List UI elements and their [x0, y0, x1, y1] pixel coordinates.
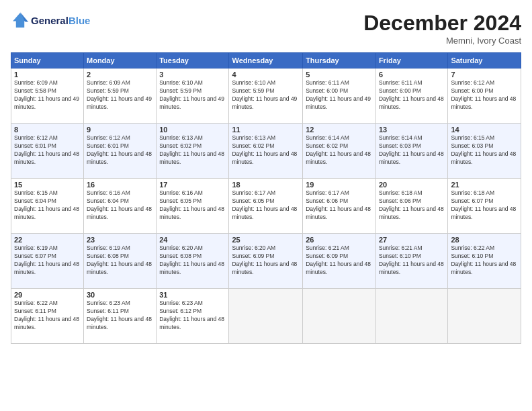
day-number: 29	[14, 291, 81, 299]
day-number: 19	[306, 181, 373, 189]
day-number: 26	[306, 236, 373, 244]
day-info: Sunrise: 6:16 AMSunset: 6:05 PMDaylight:…	[159, 189, 226, 222]
day-info: Sunrise: 6:23 AMSunset: 6:12 PMDaylight:…	[159, 300, 226, 332]
col-thursday: Thursday	[303, 53, 376, 68]
month-title: December 2024	[363, 11, 521, 36]
table-row: 28Sunrise: 6:22 AMSunset: 6:10 PMDayligh…	[448, 234, 521, 289]
day-info: Sunrise: 6:14 AMSunset: 6:02 PMDaylight:…	[306, 134, 373, 167]
day-number: 27	[379, 236, 445, 244]
calendar-week-row: 22Sunrise: 6:19 AMSunset: 6:07 PMDayligh…	[11, 234, 521, 289]
day-info: Sunrise: 6:14 AMSunset: 6:03 PMDaylight:…	[379, 134, 445, 167]
day-number: 9	[87, 126, 153, 134]
day-info: Sunrise: 6:18 AMSunset: 6:06 PMDaylight:…	[379, 189, 445, 222]
day-number: 17	[159, 181, 226, 189]
day-number: 15	[14, 181, 81, 189]
calendar-table: Sunday Monday Tuesday Wednesday Thursday…	[11, 52, 521, 344]
table-row	[375, 289, 447, 344]
table-row: 27Sunrise: 6:21 AMSunset: 6:10 PMDayligh…	[375, 234, 447, 289]
day-number: 20	[379, 181, 445, 189]
day-info: Sunrise: 6:09 AMSunset: 5:58 PMDaylight:…	[14, 79, 81, 111]
day-info: Sunrise: 6:19 AMSunset: 6:08 PMDaylight:…	[87, 244, 153, 277]
day-number: 18	[232, 181, 300, 189]
table-row: 9Sunrise: 6:12 AMSunset: 6:01 PMDaylight…	[84, 124, 157, 179]
day-info: Sunrise: 6:15 AMSunset: 6:04 PMDaylight:…	[14, 189, 81, 222]
table-row: 6Sunrise: 6:11 AMSunset: 6:00 PMDaylight…	[375, 68, 447, 124]
table-row: 19Sunrise: 6:17 AMSunset: 6:06 PMDayligh…	[303, 179, 376, 234]
day-info: Sunrise: 6:10 AMSunset: 5:59 PMDaylight:…	[159, 79, 226, 111]
day-number: 31	[159, 291, 226, 299]
table-row: 11Sunrise: 6:13 AMSunset: 6:02 PMDayligh…	[229, 124, 303, 179]
logo: GeneralBlue	[11, 11, 90, 30]
table-row: 29Sunrise: 6:22 AMSunset: 6:11 PMDayligh…	[11, 289, 84, 344]
table-row	[303, 289, 376, 344]
logo-text: GeneralBlue	[31, 15, 90, 26]
location-subtitle: Memni, Ivory Coast	[363, 36, 521, 46]
table-row: 15Sunrise: 6:15 AMSunset: 6:04 PMDayligh…	[11, 179, 84, 234]
table-row: 23Sunrise: 6:19 AMSunset: 6:08 PMDayligh…	[84, 234, 157, 289]
col-friday: Friday	[375, 53, 447, 68]
day-info: Sunrise: 6:22 AMSunset: 6:10 PMDaylight:…	[451, 244, 518, 277]
table-row: 20Sunrise: 6:18 AMSunset: 6:06 PMDayligh…	[375, 179, 447, 234]
day-info: Sunrise: 6:16 AMSunset: 6:04 PMDaylight:…	[87, 189, 153, 222]
table-row	[448, 289, 521, 344]
day-number: 13	[379, 126, 445, 134]
day-number: 10	[159, 126, 226, 134]
day-number: 22	[14, 236, 81, 244]
day-number: 11	[232, 126, 300, 134]
day-info: Sunrise: 6:11 AMSunset: 6:00 PMDaylight:…	[306, 79, 373, 111]
col-saturday: Saturday	[448, 53, 521, 68]
logo-icon	[11, 11, 30, 30]
table-row: 17Sunrise: 6:16 AMSunset: 6:05 PMDayligh…	[157, 179, 229, 234]
day-number: 12	[306, 126, 373, 134]
table-row: 31Sunrise: 6:23 AMSunset: 6:12 PMDayligh…	[157, 289, 229, 344]
day-info: Sunrise: 6:20 AMSunset: 6:09 PMDaylight:…	[232, 244, 300, 277]
day-number: 6	[379, 71, 445, 79]
table-row: 5Sunrise: 6:11 AMSunset: 6:00 PMDaylight…	[303, 68, 376, 124]
day-number: 2	[87, 71, 153, 79]
day-number: 3	[159, 71, 226, 79]
table-row: 22Sunrise: 6:19 AMSunset: 6:07 PMDayligh…	[11, 234, 84, 289]
table-row: 14Sunrise: 6:15 AMSunset: 6:03 PMDayligh…	[448, 124, 521, 179]
day-number: 7	[451, 71, 518, 79]
col-sunday: Sunday	[11, 53, 84, 68]
day-info: Sunrise: 6:09 AMSunset: 5:59 PMDaylight:…	[87, 79, 153, 111]
calendar-page: GeneralBlue December 2024 Memni, Ivory C…	[0, 0, 532, 411]
table-row: 21Sunrise: 6:18 AMSunset: 6:07 PMDayligh…	[448, 179, 521, 234]
day-info: Sunrise: 6:17 AMSunset: 6:05 PMDaylight:…	[232, 189, 300, 222]
day-info: Sunrise: 6:22 AMSunset: 6:11 PMDaylight:…	[14, 300, 81, 332]
col-wednesday: Wednesday	[229, 53, 303, 68]
day-info: Sunrise: 6:19 AMSunset: 6:07 PMDaylight:…	[14, 244, 81, 277]
calendar-header-row: Sunday Monday Tuesday Wednesday Thursday…	[11, 53, 521, 68]
day-info: Sunrise: 6:12 AMSunset: 6:01 PMDaylight:…	[87, 134, 153, 167]
table-row: 26Sunrise: 6:21 AMSunset: 6:09 PMDayligh…	[303, 234, 376, 289]
calendar-week-row: 1Sunrise: 6:09 AMSunset: 5:58 PMDaylight…	[11, 68, 521, 124]
table-row: 3Sunrise: 6:10 AMSunset: 5:59 PMDaylight…	[157, 68, 229, 124]
col-tuesday: Tuesday	[157, 53, 229, 68]
table-row: 25Sunrise: 6:20 AMSunset: 6:09 PMDayligh…	[229, 234, 303, 289]
day-number: 28	[451, 236, 518, 244]
day-number: 1	[14, 71, 81, 79]
table-row: 8Sunrise: 6:12 AMSunset: 6:01 PMDaylight…	[11, 124, 84, 179]
day-number: 30	[87, 291, 153, 299]
table-row: 4Sunrise: 6:10 AMSunset: 5:59 PMDaylight…	[229, 68, 303, 124]
day-number: 23	[87, 236, 153, 244]
day-info: Sunrise: 6:23 AMSunset: 6:11 PMDaylight:…	[87, 300, 153, 332]
day-number: 4	[232, 71, 300, 79]
day-info: Sunrise: 6:13 AMSunset: 6:02 PMDaylight:…	[232, 134, 300, 167]
day-number: 25	[232, 236, 300, 244]
calendar-week-row: 8Sunrise: 6:12 AMSunset: 6:01 PMDaylight…	[11, 124, 521, 179]
table-row: 24Sunrise: 6:20 AMSunset: 6:08 PMDayligh…	[157, 234, 229, 289]
day-info: Sunrise: 6:12 AMSunset: 6:01 PMDaylight:…	[14, 134, 81, 167]
table-row: 1Sunrise: 6:09 AMSunset: 5:58 PMDaylight…	[11, 68, 84, 124]
day-info: Sunrise: 6:13 AMSunset: 6:02 PMDaylight:…	[159, 134, 226, 167]
day-info: Sunrise: 6:12 AMSunset: 6:00 PMDaylight:…	[451, 79, 518, 111]
day-number: 14	[451, 126, 518, 134]
day-number: 8	[14, 126, 81, 134]
table-row: 30Sunrise: 6:23 AMSunset: 6:11 PMDayligh…	[84, 289, 157, 344]
day-info: Sunrise: 6:15 AMSunset: 6:03 PMDaylight:…	[451, 134, 518, 167]
day-info: Sunrise: 6:17 AMSunset: 6:06 PMDaylight:…	[306, 189, 373, 222]
day-info: Sunrise: 6:21 AMSunset: 6:10 PMDaylight:…	[379, 244, 445, 277]
table-row: 10Sunrise: 6:13 AMSunset: 6:02 PMDayligh…	[157, 124, 229, 179]
calendar-week-row: 15Sunrise: 6:15 AMSunset: 6:04 PMDayligh…	[11, 179, 521, 234]
table-row: 16Sunrise: 6:16 AMSunset: 6:04 PMDayligh…	[84, 179, 157, 234]
